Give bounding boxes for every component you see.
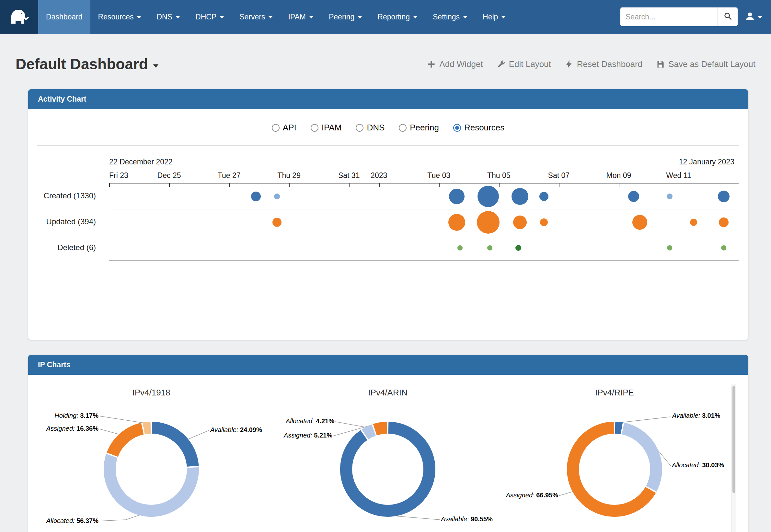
donut-segment-assigned <box>112 429 142 455</box>
nav-item-label: Peering <box>329 13 354 21</box>
donut-chart-ipv4-1918: IPv4/1918Holding: 3.17%Assigned: 16.36%A… <box>28 375 268 532</box>
donut-label-assigned: Assigned: 16.36% <box>46 424 98 433</box>
timeline-ticks: Fri 23Dec 25Tue 27Thu 29Sat 312023Tue 03… <box>109 109 739 190</box>
chevron-down-icon <box>758 16 762 18</box>
donut-label-holding: Holding: 3.17% <box>54 411 98 420</box>
nav-item-help[interactable]: Help <box>475 0 513 34</box>
add-widget-button[interactable]: Add Widget <box>427 59 483 69</box>
activity-bubble <box>457 245 463 250</box>
panel-title: IP Charts <box>38 360 71 369</box>
donut-label-value: 56.37% <box>76 517 98 524</box>
edit-layout-button[interactable]: Edit Layout <box>497 59 551 69</box>
chevron-down-icon <box>358 16 362 18</box>
nav-item-resources[interactable]: Resources <box>90 0 149 34</box>
activity-chart-panel: Activity Chart APIIPAMDNSPeeringResource… <box>28 89 748 340</box>
tick-label: Wed 11 <box>666 171 691 180</box>
row-label-created: Created (1330) <box>28 192 96 200</box>
donut-svg <box>268 375 508 532</box>
user-menu[interactable] <box>745 11 762 23</box>
action-label: Save as Default Layout <box>668 59 755 69</box>
donut-segment-available <box>152 428 193 466</box>
activity-bubble <box>690 219 697 226</box>
ip-charts-scrollbar-thumb[interactable] <box>732 386 735 493</box>
save-as-default-layout-button[interactable]: Save as Default Layout <box>656 59 755 69</box>
tick-label: Dec 25 <box>157 171 181 180</box>
donut-svg <box>508 375 747 532</box>
label-leader-line <box>397 516 440 520</box>
nav-item-settings[interactable]: Settings <box>425 0 475 34</box>
nav-item-label: DHCP <box>196 13 217 21</box>
nav-item-peering[interactable]: Peering <box>321 0 370 34</box>
donut-svg <box>28 375 268 532</box>
label-leader-line <box>100 515 141 521</box>
chevron-down-icon <box>220 16 224 18</box>
nav-item-label: Reporting <box>377 13 410 21</box>
activity-bubble <box>628 191 639 202</box>
donut-label-value: 30.03% <box>702 461 724 469</box>
label-leader-line <box>100 429 120 435</box>
donut-chart-ipv4-ripe: IPv4/RIPEAvailable: 3.01%Allocated: 30.0… <box>508 375 747 532</box>
row-label-deleted: Deleted (6) <box>28 243 96 252</box>
tick-label: Sat 31 <box>338 171 360 180</box>
nav-item-dashboard[interactable]: Dashboard <box>38 0 90 34</box>
activity-bubble <box>274 194 280 199</box>
donut-segment-allocated <box>623 428 656 489</box>
action-label: Edit Layout <box>509 59 551 69</box>
tick-label: Fri 23 <box>109 171 128 180</box>
donut-label-name: Allocated: <box>672 461 702 469</box>
label-leader-line <box>100 416 146 423</box>
ip-charts-scrollbar-track[interactable] <box>731 384 736 532</box>
chevron-down-icon <box>413 16 417 18</box>
donut-chart-ipv4-arin: IPv4/ARINAllocated: 4.21%Assigned: 5.21%… <box>268 375 508 532</box>
donut-segment-available <box>346 428 429 511</box>
activity-chart-body: APIIPAMDNSPeeringResources 22 December 2… <box>28 109 748 340</box>
activity-bubble <box>273 218 282 227</box>
ip-charts-body: IPv4/RIPEAvailable: 3.01%Allocated: 30.0… <box>28 375 748 532</box>
title-dropdown-caret[interactable] <box>153 64 158 68</box>
donut-label-value: 24.09% <box>240 426 262 433</box>
nav-item-ipam[interactable]: IPAM <box>280 0 321 34</box>
activity-bubble <box>539 192 548 201</box>
tick-label: 2023 <box>371 171 387 180</box>
plus-icon <box>427 60 436 69</box>
page-title: Default Dashboard <box>16 55 148 73</box>
donut-label-allocated: Allocated: 4.21% <box>286 417 334 425</box>
activity-bubble <box>718 191 730 202</box>
nav-item-dns[interactable]: DNS <box>149 0 187 34</box>
donut-label-name: Assigned: <box>506 492 536 499</box>
activity-bubble <box>667 245 672 250</box>
nav-item-dhcp[interactable]: DHCP <box>187 0 232 34</box>
top-navbar: DashboardResourcesDNSDHCPServersIPAMPeer… <box>0 0 771 34</box>
activity-bubble <box>721 245 726 250</box>
activity-bubble <box>719 217 729 227</box>
activity-bubble <box>477 186 499 207</box>
ip-panel-header: IP Charts <box>28 355 748 375</box>
activity-bubble <box>477 211 499 234</box>
donut-segment-allocated <box>110 456 193 511</box>
reset-dashboard-button[interactable]: Reset Dashboard <box>564 59 643 69</box>
timeline-row-deleted <box>109 235 739 261</box>
donut-label-value: 66.95% <box>536 492 558 499</box>
lightning-icon <box>564 60 573 69</box>
nav-item-servers[interactable]: Servers <box>232 0 280 34</box>
nav-items: DashboardResourcesDNSDHCPServersIPAMPeer… <box>38 0 513 34</box>
app-logo[interactable] <box>0 0 38 34</box>
search-button[interactable] <box>718 7 738 26</box>
panel-title: Activity Chart <box>38 95 86 104</box>
donut-label-name: Allocated: <box>46 517 76 524</box>
donut-label-name: Assigned: <box>284 432 314 439</box>
chevron-down-icon <box>309 16 313 18</box>
chevron-down-icon <box>137 16 141 18</box>
chevron-down-icon <box>176 16 180 18</box>
donut-label-value: 16.36% <box>76 425 98 432</box>
nav-item-reporting[interactable]: Reporting <box>370 0 425 34</box>
activity-bubble <box>540 218 548 226</box>
action-label: Add Widget <box>439 59 483 69</box>
activity-bubble <box>251 192 261 201</box>
donut-label-name: Allocated: <box>286 417 316 425</box>
donut-label-name: Assigned: <box>46 425 76 432</box>
dashboard-actions: Add WidgetEdit LayoutReset DashboardSave… <box>427 59 755 69</box>
donut-label-available: Available: 24.09% <box>210 426 262 434</box>
chevron-down-icon <box>269 16 273 18</box>
search-input[interactable] <box>620 7 718 26</box>
